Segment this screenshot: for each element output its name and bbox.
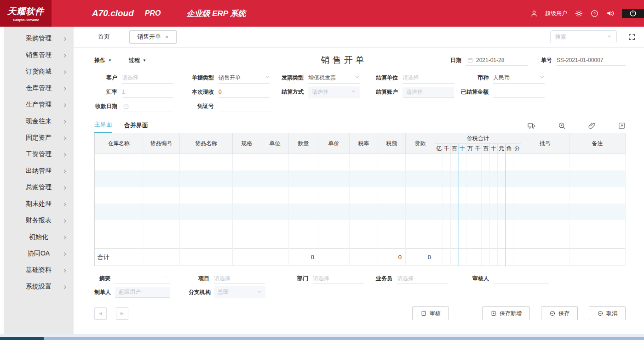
sidebar-item-initialization[interactable]: 初始化 — [4, 229, 74, 245]
search-input[interactable]: 搜索 — [550, 30, 617, 43]
grid-cell[interactable] — [435, 204, 443, 220]
grid-cell[interactable] — [451, 204, 459, 220]
grid-cell[interactable] — [180, 154, 233, 170]
salesman-field[interactable] — [397, 273, 448, 284]
grid-cell[interactable] — [261, 170, 289, 187]
grid-cell[interactable] — [521, 204, 569, 220]
sidebar-item-sales[interactable]: 销售管理 — [4, 47, 74, 63]
grid-cell[interactable] — [233, 187, 261, 204]
tab-main-view[interactable]: 主界面 — [94, 120, 112, 133]
attachment-icon[interactable] — [588, 122, 596, 130]
grid-cell[interactable] — [474, 187, 482, 204]
grid-cell[interactable] — [513, 154, 521, 170]
summary-field[interactable] — [115, 273, 170, 284]
grid-cell[interactable] — [466, 154, 474, 170]
grid-cell[interactable] — [180, 204, 233, 220]
grid-cell[interactable] — [378, 204, 406, 220]
grid-cell[interactable] — [521, 170, 569, 187]
grid-cell[interactable] — [490, 187, 498, 204]
grid-cell[interactable] — [143, 154, 180, 170]
grid-cell[interactable] — [474, 154, 482, 170]
grid-cell[interactable] — [482, 154, 490, 170]
grid-cell[interactable] — [350, 204, 378, 220]
help-icon[interactable]: ? — [590, 9, 599, 18]
grid-cell[interactable] — [318, 154, 350, 170]
fullscreen-icon[interactable] — [628, 33, 636, 41]
grid-cell[interactable] — [459, 187, 466, 204]
grid-cell[interactable] — [443, 187, 451, 204]
grid-cell[interactable] — [482, 170, 490, 187]
tab-sales-order[interactable]: 销售开单 × — [129, 30, 177, 44]
sidebar-item-fixed-assets[interactable]: 固定资产 — [4, 130, 74, 146]
power-icon[interactable] — [622, 9, 644, 18]
grid-cell[interactable] — [451, 187, 459, 204]
grid-cell[interactable] — [513, 204, 521, 220]
grid-cell[interactable] — [406, 170, 435, 187]
grid-cell[interactable] — [406, 187, 435, 204]
grid-cell[interactable] — [451, 154, 459, 170]
grid-cell[interactable] — [350, 170, 378, 187]
grid-cell[interactable] — [261, 204, 289, 220]
more-options-button[interactable]: ··· — [163, 274, 169, 279]
grid-cell[interactable] — [95, 170, 143, 187]
tab-merge-view[interactable]: 合并界面 — [124, 121, 148, 133]
gear-icon[interactable] — [575, 9, 583, 18]
action-menu[interactable]: 操作 ▼ — [94, 57, 112, 64]
sidebar-item-production[interactable]: 生产管理 — [4, 96, 74, 113]
receipt-date-input[interactable] — [122, 101, 173, 112]
sidebar-item-cashier[interactable]: 出纳管理 — [4, 163, 74, 179]
grid-cell[interactable] — [233, 154, 261, 170]
grid-cell[interactable] — [350, 187, 378, 204]
current-user[interactable]: 超级用户 — [545, 10, 567, 17]
grid-cell[interactable] — [521, 154, 569, 170]
grid-cell[interactable] — [318, 170, 350, 187]
sidebar-item-general-ledger[interactable]: 总账管理 — [4, 179, 74, 196]
auditor-field[interactable] — [494, 273, 549, 284]
grid-cell[interactable] — [95, 187, 143, 204]
grid-cell[interactable] — [482, 204, 490, 220]
grid-cell[interactable] — [435, 170, 443, 187]
sidebar-item-purchase[interactable]: 采购管理 — [4, 30, 74, 47]
grid-cell[interactable] — [466, 170, 474, 187]
grid-cell[interactable] — [474, 170, 482, 187]
tab-home[interactable]: 首页 — [98, 33, 110, 41]
grid-cell[interactable] — [143, 170, 180, 187]
grid-cell[interactable] — [506, 170, 513, 187]
grid-cell[interactable] — [289, 154, 318, 170]
grid-cell[interactable] — [261, 187, 289, 204]
grid-cell[interactable] — [180, 187, 233, 204]
grid-cell[interactable] — [180, 170, 233, 187]
sidebar-item-system-settings[interactable]: 系统设置 — [4, 278, 74, 295]
grid-cell[interactable] — [261, 154, 289, 170]
save-button[interactable]: 保存 — [541, 306, 578, 320]
grid-cell[interactable] — [466, 204, 474, 220]
invoice-type-select[interactable]: 增值税发票 — [308, 73, 360, 84]
grid-cell[interactable] — [406, 204, 435, 220]
grid-cell[interactable] — [506, 204, 513, 220]
grid-cell[interactable] — [569, 204, 626, 220]
doc-type-select[interactable]: 销售开单 — [218, 73, 270, 84]
grid-cell[interactable] — [378, 170, 406, 187]
settled-amount-field[interactable] — [493, 87, 545, 98]
exchange-rate-field[interactable] — [122, 87, 173, 98]
settle-method-select[interactable]: 请选择 — [308, 86, 360, 98]
grid-cell[interactable] — [95, 154, 143, 170]
department-field[interactable] — [313, 273, 364, 284]
grid-cell[interactable] — [506, 187, 513, 204]
grid-cell[interactable] — [459, 204, 466, 220]
doc-no-input[interactable] — [557, 55, 626, 66]
grid-cell[interactable] — [318, 204, 350, 220]
voucher-no-field[interactable] — [218, 101, 270, 112]
grid-cell[interactable] — [443, 170, 451, 187]
grid-cell[interactable] — [569, 170, 626, 187]
truck-icon[interactable] — [527, 121, 536, 130]
process-menu[interactable]: 过程 ▼ — [129, 57, 146, 64]
grid-cell[interactable] — [443, 154, 451, 170]
cash-received-field[interactable] — [218, 87, 270, 98]
speaker-icon[interactable] — [606, 9, 615, 18]
grid-cell[interactable] — [406, 154, 435, 170]
grid-cell[interactable] — [506, 154, 513, 170]
grid-cell[interactable] — [289, 204, 318, 220]
grid-cell[interactable] — [498, 187, 506, 204]
grid-cell[interactable] — [521, 187, 569, 204]
